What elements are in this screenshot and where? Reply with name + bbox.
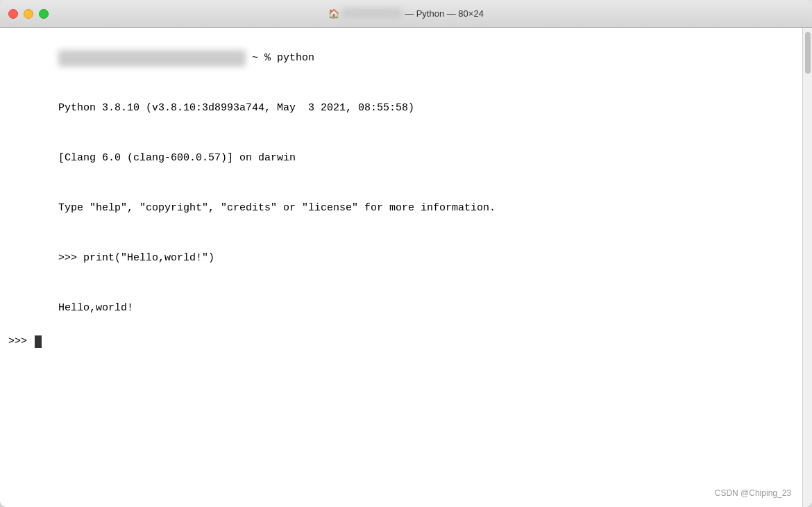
title-separator: — (405, 8, 416, 19)
cursor-block (35, 335, 42, 348)
help-message: Type "help", "copyright", "credits" or "… (58, 202, 496, 214)
repl-line-current[interactable]: >>> (8, 333, 794, 350)
maximize-button[interactable] (39, 9, 49, 19)
command-line-1: ~ % python (8, 33, 794, 83)
output-line-3: Type "help", "copyright", "credits" or "… (8, 183, 794, 233)
repl-command-1: print("Hello,world!") (83, 252, 214, 264)
repl-line-1: >>> print("Hello,world!") (8, 233, 794, 283)
python-version: Python 3.8.10 (v3.8.10:3d8993a744, May 3… (58, 102, 414, 114)
repl-prompt-1: >>> (58, 252, 83, 264)
clang-info: [Clang 6.0 (clang-600.0.57)] on darwin (58, 152, 296, 164)
output-line-2: [Clang 6.0 (clang-600.0.57)] on darwin (8, 133, 794, 183)
terminal-output[interactable]: ~ % python Python 3.8.10 (v3.8.10:3d8993… (0, 28, 802, 507)
blurred-hostname (342, 8, 403, 19)
watermark-text: CSDN @Chiping_23 (715, 488, 791, 498)
titlebar-icon: 🏠 (328, 8, 342, 19)
titlebar: 🏠 — Python — 80×24 (0, 0, 812, 28)
terminal-window: 🏠 — Python — 80×24 ~ % python Python 3.8… (0, 0, 812, 507)
watermark: CSDN @Chiping_23 (715, 487, 791, 500)
repl-prompt-2: >>> (8, 333, 33, 350)
scrollbar-thumb[interactable] (805, 32, 811, 74)
title-text: Python — 80×24 (416, 8, 484, 19)
blurred-user (58, 50, 246, 67)
scrollbar-track[interactable] (802, 28, 812, 507)
command-text-1: ~ % python (246, 52, 314, 64)
output-line-1: Python 3.8.10 (v3.8.10:3d8993a744, May 3… (8, 83, 794, 133)
terminal-body: ~ % python Python 3.8.10 (v3.8.10:3d8993… (0, 28, 812, 507)
traffic-lights (8, 9, 49, 19)
output-line-4: Hello,world! (8, 283, 794, 333)
close-button[interactable] (8, 9, 18, 19)
window-title: 🏠 — Python — 80×24 (328, 8, 484, 19)
minimize-button[interactable] (24, 9, 33, 19)
hello-output: Hello,world! (58, 302, 133, 314)
